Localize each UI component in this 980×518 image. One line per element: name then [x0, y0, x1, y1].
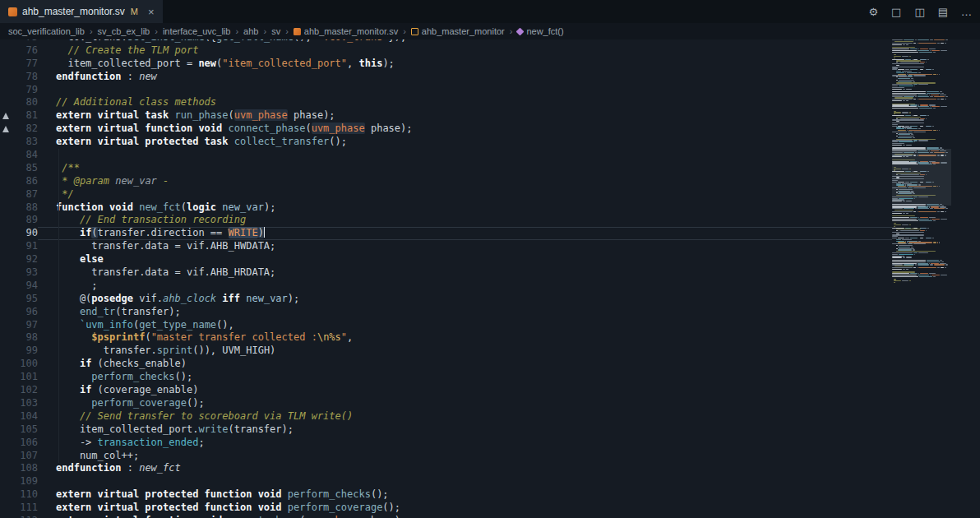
- gutter-margin[interactable]: [0, 253, 13, 266]
- gutter-margin[interactable]: [0, 306, 13, 319]
- gutter-margin[interactable]: [0, 84, 13, 97]
- gutter-margin[interactable]: [0, 162, 13, 175]
- code-line-90[interactable]: 90 if(transfer.direction == WRITE): [0, 227, 892, 240]
- code-line-84[interactable]: 84: [0, 149, 892, 162]
- gutter-margin[interactable]: [0, 175, 13, 188]
- code-line-80[interactable]: 80// Additional class methods: [0, 96, 892, 109]
- code-line-86[interactable]: 86 * @param new_var -: [0, 175, 892, 188]
- code-line-76[interactable]: 76 // Create the TLM port: [0, 44, 892, 58]
- code-line-78[interactable]: 78endfunction : new: [0, 71, 892, 84]
- line-number: 89: [13, 214, 38, 227]
- code-line-77[interactable]: 77 item_collected_port = new("item_colle…: [0, 58, 892, 71]
- code-line-95[interactable]: 95 @(posedge vif.ahb_clock iff new_var);: [0, 293, 892, 306]
- code-line-81[interactable]: 81extern virtual task run_phase(uvm_phas…: [0, 109, 892, 123]
- token: ": [341, 331, 347, 343]
- breadcrumb-item-ahb-master-monitor-sv[interactable]: ahb_master_monitor.sv: [294, 26, 398, 36]
- code-line-87[interactable]: 87 */: [0, 188, 892, 201]
- code-line-110[interactable]: 110extern virtual protected function voi…: [0, 488, 892, 502]
- gutter-margin[interactable]: [0, 475, 13, 488]
- token: item_collected_port =: [56, 58, 198, 69]
- editor[interactable]: 75 cov_trans.set_inst_name({get_full_nam…: [0, 39, 892, 518]
- code-line-97[interactable]: 97 `uvm_info(get_type_name(),: [0, 319, 892, 332]
- code-line-82[interactable]: 82extern virtual function void connect_p…: [0, 123, 892, 136]
- layout-square-icon[interactable]: □: [891, 6, 901, 18]
- gutter-margin[interactable]: [0, 71, 13, 84]
- code-line-109[interactable]: 109: [0, 475, 892, 488]
- gutter-margin[interactable]: [0, 450, 13, 463]
- breadcrumb-item-sv[interactable]: sv: [271, 26, 280, 36]
- code-line-85[interactable]: 85 /**: [0, 162, 892, 175]
- gutter-margin[interactable]: [0, 44, 13, 58]
- layout-panels-icon[interactable]: ▤: [938, 6, 948, 18]
- gutter-margin[interactable]: [0, 96, 13, 109]
- code-line-103[interactable]: 103 perform_coverage();: [0, 397, 892, 410]
- gutter-margin[interactable]: [0, 293, 13, 306]
- code-line-99[interactable]: 99 transfer.sprint()), UVM_HIGH): [0, 345, 892, 358]
- gutter-margin[interactable]: [0, 266, 13, 280]
- more-actions-icon[interactable]: …: [961, 6, 972, 18]
- gear-icon[interactable]: ⚙: [868, 6, 878, 18]
- code-line-83[interactable]: 83extern virtual protected task collect_…: [0, 136, 892, 149]
- gutter-margin[interactable]: [0, 319, 13, 332]
- gutter-margin[interactable]: [0, 384, 13, 397]
- breadcrumb-item-soc-verification-lib[interactable]: soc_verification_lib: [8, 26, 85, 36]
- gutter-margin[interactable]: [0, 109, 13, 123]
- close-icon[interactable]: ×: [148, 6, 155, 18]
- gutter-margin[interactable]: [0, 280, 13, 293]
- gutter-margin[interactable]: [0, 358, 13, 371]
- gutter-margin[interactable]: [0, 201, 13, 215]
- breadcrumb-label: ahb: [243, 26, 258, 36]
- code-line-94[interactable]: 94 ;: [0, 280, 892, 293]
- gutter-margin[interactable]: [0, 123, 13, 136]
- gutter-margin[interactable]: [0, 371, 13, 384]
- gutter-margin[interactable]: [0, 437, 13, 450]
- minimap-slider[interactable]: [892, 149, 951, 206]
- code-line-88[interactable]: 88function void new_fct(logic new_var);: [0, 201, 892, 215]
- code-line-96[interactable]: 96 end_tr(transfer);: [0, 306, 892, 319]
- gutter-margin[interactable]: [0, 397, 13, 410]
- code-line-91[interactable]: 91 transfer.data = vif.AHB_HWDATA;: [0, 240, 892, 253]
- code-line-112[interactable]: 112extern virtual function void report_p…: [0, 515, 892, 518]
- code-line-105[interactable]: 105 item_collected_port.write(transfer);: [0, 423, 892, 437]
- gutter-margin[interactable]: [0, 188, 13, 201]
- minimap[interactable]: [892, 39, 951, 518]
- gutter-margin[interactable]: [0, 345, 13, 358]
- code-line-104[interactable]: 104 // Send transfer to scoreboard via T…: [0, 410, 892, 423]
- gutter-margin[interactable]: [0, 331, 13, 345]
- gutter-margin[interactable]: [0, 149, 13, 162]
- gutter-margin[interactable]: [0, 462, 13, 475]
- breadcrumb-item-new-fct[interactable]: new_fct(): [517, 26, 563, 36]
- breadcrumb-item-interface-uvc-lib[interactable]: interface_uvc_lib: [163, 26, 231, 36]
- breadcrumb-item-ahb[interactable]: ahb: [243, 26, 258, 36]
- gutter-margin[interactable]: [0, 58, 13, 71]
- code-line-79[interactable]: 79: [0, 84, 892, 97]
- gutter-margin[interactable]: [0, 488, 13, 502]
- gutter-margin[interactable]: [0, 502, 13, 515]
- gutter-margin[interactable]: [0, 410, 13, 423]
- breadcrumb-item-ahb-master-monitor[interactable]: ahb_master_monitor: [411, 26, 505, 36]
- tab-ahb-master-monitor[interactable]: ahb_master_monitor.sv M ×: [0, 0, 163, 23]
- code-line-98[interactable]: 98 $psprintf("master transfer collected …: [0, 331, 892, 345]
- code-line-111[interactable]: 111extern virtual protected function voi…: [0, 502, 892, 515]
- extern-link-icon[interactable]: [2, 126, 9, 132]
- code-line-92[interactable]: 92 else: [0, 253, 892, 266]
- code-line-101[interactable]: 101 perform_checks();: [0, 371, 892, 384]
- gutter-margin[interactable]: [0, 240, 13, 253]
- code-line-93[interactable]: 93 transfer.data = vif.AHB_HRDATA;: [0, 266, 892, 280]
- breadcrumb-item-sv-cb-ex-lib[interactable]: sv_cb_ex_lib: [98, 26, 150, 36]
- code-line-106[interactable]: 106 -> transaction_ended;: [0, 437, 892, 450]
- gutter-margin[interactable]: [0, 214, 13, 227]
- code-line-100[interactable]: 100 if (checks_enable): [0, 358, 892, 371]
- gutter-margin[interactable]: [0, 423, 13, 437]
- token: // Additional class methods: [56, 96, 216, 108]
- code-line-89[interactable]: 89 // End transaction recording: [0, 214, 892, 227]
- split-editor-icon[interactable]: ◫: [914, 6, 924, 18]
- code-line-108[interactable]: 108endfunction : new_fct: [0, 462, 892, 475]
- line-number: 84: [13, 149, 38, 162]
- code-line-107[interactable]: 107 num_col++;: [0, 450, 892, 463]
- gutter-margin[interactable]: [0, 227, 13, 240]
- extern-link-icon[interactable]: [2, 113, 9, 119]
- code-line-102[interactable]: 102 if (coverage_enable): [0, 384, 892, 397]
- gutter-margin[interactable]: [0, 136, 13, 149]
- gutter-margin[interactable]: [0, 515, 13, 518]
